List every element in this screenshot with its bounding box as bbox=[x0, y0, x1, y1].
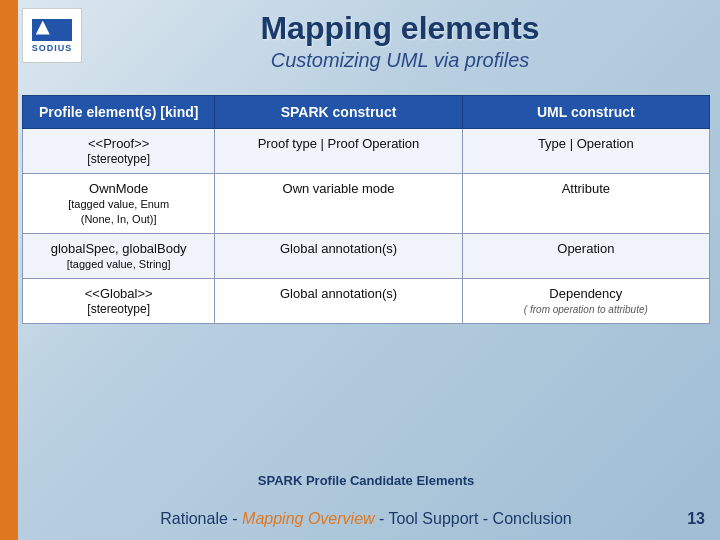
row4-col3: Dependency ( from operation to attribute… bbox=[462, 279, 709, 324]
nav-sep3: - bbox=[478, 510, 492, 527]
row4-col2: Global annotation(s) bbox=[215, 279, 462, 324]
nav-mapping: Mapping Overview bbox=[242, 510, 375, 527]
main-title: Mapping elements bbox=[90, 10, 710, 47]
dependency-note: ( from operation to attribute) bbox=[524, 304, 648, 315]
nav-tool: Tool Support bbox=[389, 510, 479, 527]
row2-col1: OwnMode[tagged value, Enum(None, In, Out… bbox=[23, 174, 215, 234]
row2-col2: Own variable mode bbox=[215, 174, 462, 234]
row3-col3: Operation bbox=[462, 234, 709, 279]
row3-col1: globalSpec, globalBody[tagged value, Str… bbox=[23, 234, 215, 279]
mapping-table: Profile element(s) [kind] SPARK construc… bbox=[22, 95, 710, 324]
nav-rationale: Rationale bbox=[160, 510, 228, 527]
slide: SODIUS Mapping elements Customizing UML … bbox=[0, 0, 720, 540]
logo-text: SODIUS bbox=[32, 43, 73, 53]
logo-graphic bbox=[32, 19, 72, 41]
row1-col3: Type | Operation bbox=[462, 129, 709, 174]
subtitle: Customizing UML via profiles bbox=[90, 49, 710, 72]
table-row: <<Proof>>[stereotype] Proof type | Proof… bbox=[23, 129, 710, 174]
row2-col3: Attribute bbox=[462, 174, 709, 234]
logo: SODIUS bbox=[32, 19, 73, 53]
table-container: Profile element(s) [kind] SPARK construc… bbox=[22, 95, 710, 460]
row4-col1: <<Global>>[stereotype] bbox=[23, 279, 215, 324]
nav-sep2: - bbox=[375, 510, 389, 527]
nav-conclusion: Conclusion bbox=[493, 510, 572, 527]
page-number: 13 bbox=[687, 510, 705, 528]
nav-sep1: - bbox=[228, 510, 242, 527]
table-header-row: Profile element(s) [kind] SPARK construc… bbox=[23, 96, 710, 129]
table-row: <<Global>>[stereotype] Global annotation… bbox=[23, 279, 710, 324]
title-area: Mapping elements Customizing UML via pro… bbox=[90, 10, 710, 72]
col-header-spark: SPARK construct bbox=[215, 96, 462, 129]
bottom-navigation: Rationale - Mapping Overview - Tool Supp… bbox=[22, 510, 710, 528]
table-row: OwnMode[tagged value, Enum(None, In, Out… bbox=[23, 174, 710, 234]
left-accent-bar bbox=[0, 0, 18, 540]
table-label: SPARK Profile Candidate Elements bbox=[22, 473, 710, 488]
col-header-profile: Profile element(s) [kind] bbox=[23, 96, 215, 129]
row1-col2: Proof type | Proof Operation bbox=[215, 129, 462, 174]
col-header-uml: UML construct bbox=[462, 96, 709, 129]
logo-area: SODIUS bbox=[22, 8, 82, 63]
row3-col2: Global annotation(s) bbox=[215, 234, 462, 279]
row1-col1: <<Proof>>[stereotype] bbox=[23, 129, 215, 174]
table-row: globalSpec, globalBody[tagged value, Str… bbox=[23, 234, 710, 279]
